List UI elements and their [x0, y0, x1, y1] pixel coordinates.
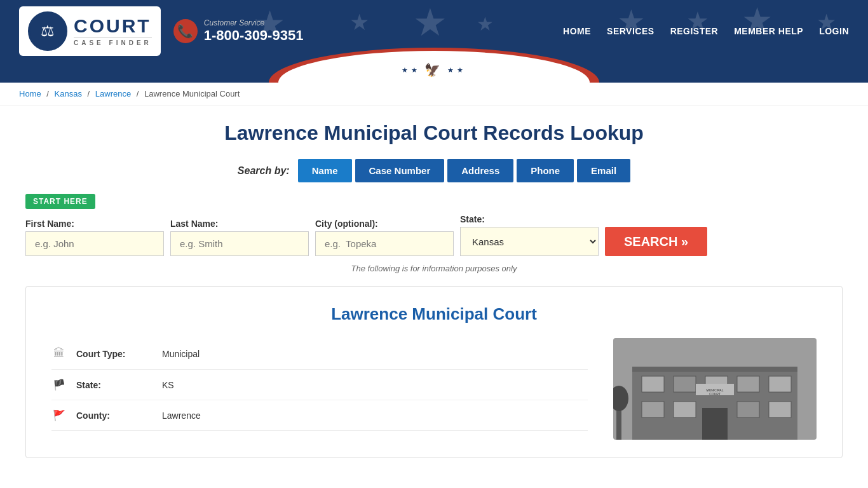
last-name-input[interactable]: [170, 231, 309, 256]
court-type-label: Court Type:: [76, 349, 153, 359]
search-form: First Name: Last Name: City (optional): …: [25, 214, 843, 256]
svg-rect-18: [613, 338, 817, 440]
info-note: The following is for information purpose…: [25, 264, 843, 273]
court-type-icon: 🏛: [51, 347, 67, 360]
logo-court-text: COURT: [74, 17, 152, 36]
court-image: MUNICIPAL COURT: [613, 338, 817, 440]
main-nav: HOME SERVICES REGISTER MEMBER HELP LOGIN: [563, 26, 849, 36]
main-content: Lawrence Municipal Court Records Lookup …: [0, 105, 868, 484]
city-label: City (optional):: [315, 219, 454, 229]
search-button[interactable]: SEARCH »: [605, 227, 707, 256]
breadcrumb-sep3: /: [137, 89, 141, 98]
court-details: 🏛 Court Type: Municipal 🏴 State: KS 🚩 Co…: [51, 338, 588, 431]
start-here-badge: START HERE: [25, 194, 95, 209]
state-label: State:: [460, 214, 599, 224]
breadcrumb-lawrence[interactable]: Lawrence: [95, 89, 131, 98]
tab-case-number[interactable]: Case Number: [355, 159, 445, 182]
court-info-box: Lawrence Municipal Court 🏛 Court Type: M…: [25, 286, 843, 458]
state-icon: 🏴: [51, 379, 67, 391]
county-value: Lawrence: [162, 410, 201, 421]
search-by-label: Search by:: [238, 165, 290, 177]
first-name-label: First Name:: [25, 219, 164, 229]
breadcrumb: Home / Kansas / Lawrence / Lawrence Muni…: [0, 83, 868, 105]
breadcrumb-sep1: /: [46, 89, 51, 98]
header-wave: ★★ 🦅 ★★: [0, 62, 868, 83]
state-select[interactable]: Kansas Alabama Alaska Arizona Arkansas C…: [460, 227, 599, 256]
nav-services[interactable]: SERVICES: [607, 26, 654, 36]
nav-register[interactable]: REGISTER: [670, 26, 719, 36]
customer-service-label: Customer Service: [204, 18, 304, 27]
logo-sub-text: CASE FINDER: [74, 37, 152, 46]
court-building-image: MUNICIPAL COURT: [613, 338, 817, 440]
search-by-row: Search by: Name Case Number Address Phon…: [25, 159, 843, 182]
phone-number: 1-800-309-9351: [204, 27, 304, 44]
nav-home[interactable]: HOME: [563, 26, 591, 36]
logo-icon: ⚖: [28, 11, 67, 51]
page-title: Lawrence Municipal Court Records Lookup: [25, 121, 843, 145]
detail-row-state: 🏴 State: KS: [51, 370, 588, 400]
search-form-area: START HERE First Name: Last Name: City (…: [25, 194, 843, 256]
logo-area[interactable]: ⚖ COURT CASE FINDER: [19, 6, 161, 56]
tab-address[interactable]: Address: [447, 159, 513, 182]
first-name-input[interactable]: [25, 231, 164, 256]
state-detail-label: State:: [76, 380, 153, 390]
court-box-title: Lawrence Municipal Court: [51, 304, 817, 324]
county-icon: 🚩: [51, 409, 67, 421]
breadcrumb-sep2: /: [88, 89, 92, 98]
state-detail-value: KS: [162, 380, 174, 390]
phone-area: 📞 Customer Service 1-800-309-9351: [173, 18, 304, 44]
tab-email[interactable]: Email: [577, 159, 630, 182]
phone-icon: 📞: [173, 19, 198, 43]
eagle-stars: ★★ 🦅 ★★: [402, 62, 466, 81]
site-header: ★ ★ ★ ★ ★ ★ ★ ★ ⚖ COURT CASE FINDER 📞 Cu…: [0, 0, 868, 83]
city-input[interactable]: [315, 231, 454, 256]
breadcrumb-kansas[interactable]: Kansas: [55, 89, 82, 98]
detail-row-county: 🚩 County: Lawrence: [51, 400, 588, 431]
breadcrumb-current: Lawrence Municipal Court: [144, 89, 240, 98]
first-name-group: First Name:: [25, 219, 164, 256]
detail-row-court-type: 🏛 Court Type: Municipal: [51, 338, 588, 370]
nav-member-help[interactable]: MEMBER HELP: [734, 26, 803, 36]
tab-phone[interactable]: Phone: [517, 159, 574, 182]
county-label: County:: [76, 410, 153, 421]
breadcrumb-home[interactable]: Home: [19, 89, 41, 98]
tab-name[interactable]: Name: [298, 159, 352, 182]
last-name-label: Last Name:: [170, 219, 309, 229]
nav-login[interactable]: LOGIN: [819, 26, 849, 36]
state-group: State: Kansas Alabama Alaska Arizona Ark…: [460, 214, 599, 256]
court-type-value: Municipal: [162, 349, 200, 359]
last-name-group: Last Name:: [170, 219, 309, 256]
city-group: City (optional):: [315, 219, 454, 256]
